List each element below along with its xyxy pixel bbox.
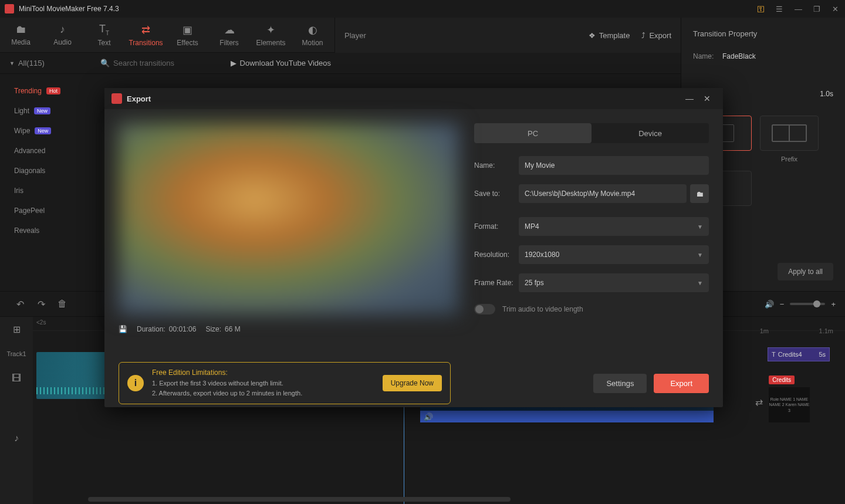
trim-audio-toggle[interactable] [474,304,495,314]
chevron-down-icon: ▼ [9,60,15,66]
new-badge: New [35,127,51,134]
mode-prefix[interactable]: Prefix [760,116,819,163]
tab-pc[interactable]: PC [474,123,592,143]
name-label: Name: [474,161,519,170]
chevron-down-icon: ▼ [697,280,703,286]
template-icon: ❖ [589,31,596,40]
tab-filters[interactable]: ☁Filters [208,18,250,52]
swap-icon[interactable]: ⇄ [755,397,763,408]
zoom-out-button[interactable]: − [780,300,785,309]
prop-name-label: Name: [693,52,722,60]
motion-icon: ◐ [308,23,317,36]
format-select[interactable]: MP4▼ [519,217,709,236]
sidebar-item-light[interactable]: LightNew [0,101,87,121]
track-label: Track1 [0,341,33,366]
maximize-icon[interactable]: ❐ [813,5,822,13]
delete-button[interactable]: 🗑 [52,293,73,314]
dialog-title: Export [127,94,681,103]
category-sidebar: TrendingHot LightNew WipeNew Advanced Di… [0,74,87,309]
download-youtube-button[interactable]: ▶Download YouTube Videos [231,59,331,67]
search-input[interactable]: 🔍Search transitions [100,59,218,67]
saveto-input[interactable]: C:\Users\bj\Desktop\My Movie.mp4 [519,184,687,203]
settings-button[interactable]: Settings [593,374,647,393]
hot-badge: Hot [46,87,60,94]
category-dropdown[interactable]: ▼All(115) [9,59,94,67]
size-label: Size: [205,325,221,333]
menu-icon[interactable]: ☰ [776,5,784,13]
dialog-close-button[interactable]: ✕ [698,94,716,103]
zoom-in-button[interactable]: + [831,300,836,309]
export-icon: ⤴ [641,31,645,40]
text-icon: TT [99,23,109,36]
ruler-mark: <2s [36,319,46,326]
sidebar-item-reveals[interactable]: Reveals [0,221,87,241]
tab-elements[interactable]: ✦Elements [250,18,292,52]
tab-device[interactable]: Device [592,123,709,143]
dialog-minimize-button[interactable]: — [681,94,698,103]
prop-name-value: FadeBlack [722,52,756,60]
sidebar-item-pagepeel[interactable]: PagePeel [0,201,87,221]
tab-motion[interactable]: ◐Motion [292,18,333,52]
export-confirm-button[interactable]: Export [654,374,709,393]
trim-audio-label: Trim audio to video length [502,305,583,313]
sidebar-item-advanced[interactable]: Advanced [0,141,87,161]
ruler-1m: 1m [760,327,769,334]
sidebar-item-iris[interactable]: Iris [0,181,87,201]
export-dialog: Export — ✕ 💾 Duration: 00:01:06 Size: 66… [104,88,723,407]
framerate-select[interactable]: 25 fps▼ [519,273,709,292]
tab-audio[interactable]: ♪Audio [42,18,83,52]
sidebar-item-wipe[interactable]: WipeNew [0,121,87,141]
apply-all-button[interactable]: Apply to all [778,263,833,280]
export-tabs: PC Device [474,123,709,143]
video-track-icon[interactable]: 🎞 [0,366,33,391]
key-icon[interactable]: ⚿ [757,5,765,13]
effects-icon: ▣ [182,23,192,36]
horizontal-scrollbar[interactable] [88,497,511,502]
duration-value: 1.0s [820,90,833,98]
minimize-icon[interactable]: — [795,5,803,13]
tab-media[interactable]: 🖿Media [0,18,42,52]
export-preview [119,123,459,314]
music-icon: ♪ [60,23,65,36]
close-icon[interactable]: ✕ [832,5,840,13]
tab-text[interactable]: TTText [83,18,125,52]
tab-effects[interactable]: ▣Effects [167,18,208,52]
player-panel-header: Player ❖Template ⤴Export [334,18,681,53]
upgrade-button[interactable]: Upgrade Now [383,375,442,391]
filters-icon: ☁ [224,23,235,36]
transitions-icon: ⇄ [141,23,150,36]
name-input[interactable]: My Movie [519,156,709,175]
credits-clip[interactable]: TCredits45s [768,347,830,361]
app-title: MiniTool MovieMaker Free 7.4.3 [19,5,757,13]
sound-icon[interactable]: 🔊 [765,300,774,309]
new-badge: New [34,107,50,114]
export-button[interactable]: ⤴Export [641,31,671,40]
add-track-button[interactable]: ⊞ [0,317,33,341]
duration-value: 00:01:06 [169,325,197,333]
sidebar-item-diagonals[interactable]: Diagonals [0,161,87,181]
titlebar: MiniTool MovieMaker Free 7.4.3 ⚿ ☰ — ❐ ✕ [0,0,845,18]
resolution-select[interactable]: 1920x1080▼ [519,245,709,264]
app-logo-icon [5,4,14,13]
redo-button[interactable]: ↷ [31,293,52,314]
saveto-label: Save to: [474,190,519,198]
size-value: 66 M [225,325,241,333]
zoom-slider[interactable] [790,303,825,305]
browse-button[interactable]: 🖿 [690,184,709,203]
limit-title: Free Edition Limitations: [152,368,374,377]
framerate-label: Frame Rate: [474,279,519,287]
youtube-icon: ▶ [231,59,236,67]
folder-icon: 🖿 [696,190,704,198]
property-title: Transition Property [693,29,833,38]
limit-line-2: 2. Afterwards, export video up to 2 minu… [152,388,374,398]
dialog-logo-icon [111,93,122,104]
audio-track-icon[interactable]: ♪ [0,426,33,451]
save-icon: 💾 [119,325,127,333]
tab-transitions[interactable]: ⇄Transitions [125,18,167,52]
credits-badge: Credits [769,376,795,384]
credits-thumbnail[interactable]: Role NAME 1 NAME NAME 2 Karen NAME 3 [769,387,810,422]
chevron-down-icon: ▼ [697,252,703,258]
undo-button[interactable]: ↶ [9,293,31,314]
template-button[interactable]: ❖Template [589,31,630,40]
sidebar-item-trending[interactable]: TrendingHot [0,81,87,101]
